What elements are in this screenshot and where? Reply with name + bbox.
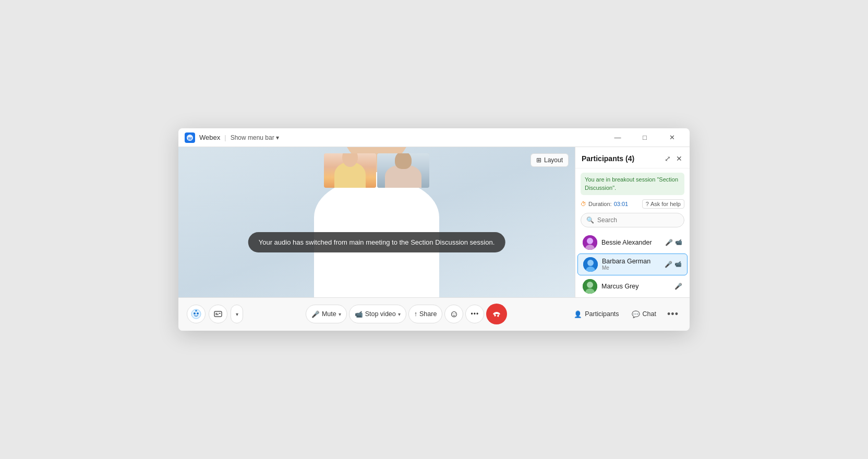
participant-row-me[interactable]: Barbara German Me 🎤 📹 — [577, 253, 688, 275]
help-icon: ? — [646, 201, 649, 207]
mic-icon: 🎤 — [665, 239, 673, 246]
svg-rect-16 — [214, 311, 222, 317]
participant-row[interactable]: Marcus Grey 🎤 — [577, 276, 688, 297]
search-icon: 🔍 — [586, 216, 594, 224]
search-input[interactable] — [597, 216, 679, 224]
avatar — [583, 235, 597, 250]
close-button[interactable]: ✕ — [660, 130, 683, 145]
more-options-icon: ••• — [667, 309, 679, 320]
participants-icon: 👤 — [574, 310, 582, 318]
reactions-icon: ☺ — [449, 309, 459, 320]
window-controls: — □ ✕ — [606, 130, 683, 145]
panel-title: Participants (4) — [582, 154, 634, 163]
notification-toast: Your audio has switched from main meetin… — [248, 232, 505, 252]
app-brand-label: Webex — [199, 134, 220, 141]
video-area: ⊞ Layout — [178, 147, 575, 297]
thumbnail-strip — [324, 153, 429, 188]
title-bar: W Webex | Show menu bar ▾ — □ ✕ — [178, 128, 690, 147]
video-icon: 📹 — [675, 239, 682, 246]
app-window: W Webex | Show menu bar ▾ — □ ✕ — [178, 128, 690, 331]
participant-info: Marcus Grey — [601, 283, 670, 290]
toolbar-right: 👤 Participants 💬 Chat ••• — [570, 306, 681, 322]
menu-bar-toggle[interactable]: Show menu bar ▾ — [231, 134, 279, 141]
ask-for-help-button[interactable]: ? Ask for help — [642, 199, 684, 209]
video-icon: 📹 — [355, 310, 363, 318]
svg-rect-19 — [219, 313, 221, 314]
thumbnail-2[interactable] — [377, 153, 429, 188]
title-divider: | — [224, 134, 226, 141]
video-chevron: ▾ — [398, 311, 401, 317]
avatar — [583, 257, 598, 272]
breakout-notice: You are in breakout session "Section Dis… — [581, 173, 684, 195]
toolbar-more-button[interactable]: ••• — [665, 306, 681, 322]
toolbar-center: 🎤 Mute ▾ 📹 Stop video ▾ ↑ Share ☺ ••• — [306, 304, 507, 324]
panel-close-button[interactable]: ✕ — [675, 153, 683, 164]
svg-point-13 — [197, 312, 199, 315]
minimize-button[interactable]: — — [606, 130, 629, 145]
main-content: ⊞ Layout — [178, 147, 690, 297]
participant-video-2 — [377, 153, 429, 188]
avatar — [583, 279, 597, 294]
svg-point-9 — [587, 282, 593, 288]
duration-info: ⏱ Duration: 03:01 — [581, 201, 628, 207]
svg-rect-18 — [215, 315, 219, 316]
participant-subtitle: Me — [602, 265, 660, 271]
ai-assistant-button[interactable] — [187, 305, 206, 323]
mic-icon: 🎤 — [311, 310, 320, 318]
participants-panel: Participants (4) ⤢ ✕ You are in breakout… — [575, 147, 690, 297]
participant-info: Bessie Alexander — [601, 239, 661, 246]
maximize-button[interactable]: □ — [633, 130, 656, 145]
thumbnail-1[interactable] — [324, 153, 376, 188]
participant-icons: 🎤 — [674, 283, 682, 290]
svg-rect-21 — [497, 315, 499, 317]
participant-icons: 🎤 📹 — [665, 239, 682, 246]
participant-search[interactable]: 🔍 — [581, 213, 684, 227]
participant-video-1 — [324, 153, 376, 188]
more-icon: ••• — [471, 310, 479, 318]
participant-name: Bessie Alexander — [601, 239, 661, 246]
mic-icon: 🎤 — [674, 283, 682, 290]
chat-icon: 💬 — [632, 310, 640, 318]
layout-icon: ⊞ — [536, 156, 541, 164]
layout-button[interactable]: ⊞ Layout — [531, 153, 569, 167]
pop-out-button[interactable]: ⤢ — [664, 153, 672, 164]
share-icon: ↑ — [414, 310, 417, 318]
more-options-button[interactable]: ••• — [465, 305, 484, 323]
end-call-button[interactable] — [486, 304, 507, 324]
panel-header-icons: ⤢ ✕ — [664, 153, 683, 164]
captions-button[interactable] — [209, 305, 227, 323]
clock-icon: ⏱ — [581, 201, 586, 207]
panel-header: Participants (4) ⤢ ✕ — [575, 147, 690, 168]
participant-name: Marcus Grey — [601, 283, 670, 290]
toolbar-left: ▾ — [187, 305, 243, 323]
svg-point-6 — [587, 260, 594, 266]
duration-time: 03:01 — [614, 201, 629, 207]
duration-bar: ⏱ Duration: 03:01 ? Ask for help — [581, 199, 684, 209]
video-icon: 📹 — [674, 261, 682, 268]
reactions-button[interactable]: ☺ — [444, 305, 463, 323]
mute-button[interactable]: 🎤 Mute ▾ — [306, 305, 347, 323]
participants-list: Bessie Alexander 🎤 📹 — [575, 232, 690, 297]
svg-text:W: W — [188, 136, 192, 140]
mute-chevron: ▾ — [339, 311, 341, 317]
caption-chevron-button[interactable]: ▾ — [231, 305, 243, 323]
svg-rect-17 — [215, 313, 218, 314]
participant-info: Barbara German Me — [602, 258, 660, 271]
share-button[interactable]: ↑ Share — [408, 305, 443, 323]
svg-point-12 — [194, 312, 196, 315]
svg-point-3 — [587, 238, 593, 244]
stop-video-button[interactable]: 📹 Stop video ▾ — [349, 305, 406, 323]
chat-button[interactable]: 💬 Chat — [628, 308, 660, 320]
participants-button[interactable]: 👤 Participants — [570, 308, 623, 320]
bottom-toolbar: ▾ 🎤 Mute ▾ 📹 Stop video ▾ ↑ Share ☺ ••• — [178, 297, 690, 331]
webex-logo: W — [185, 132, 195, 143]
participant-name: Barbara German — [602, 258, 660, 265]
svg-point-15 — [196, 310, 197, 311]
participant-row[interactable]: Bessie Alexander 🎤 📹 — [577, 232, 688, 253]
mic-icon: 🎤 — [665, 261, 672, 268]
participant-icons: 🎤 📹 — [665, 261, 682, 268]
